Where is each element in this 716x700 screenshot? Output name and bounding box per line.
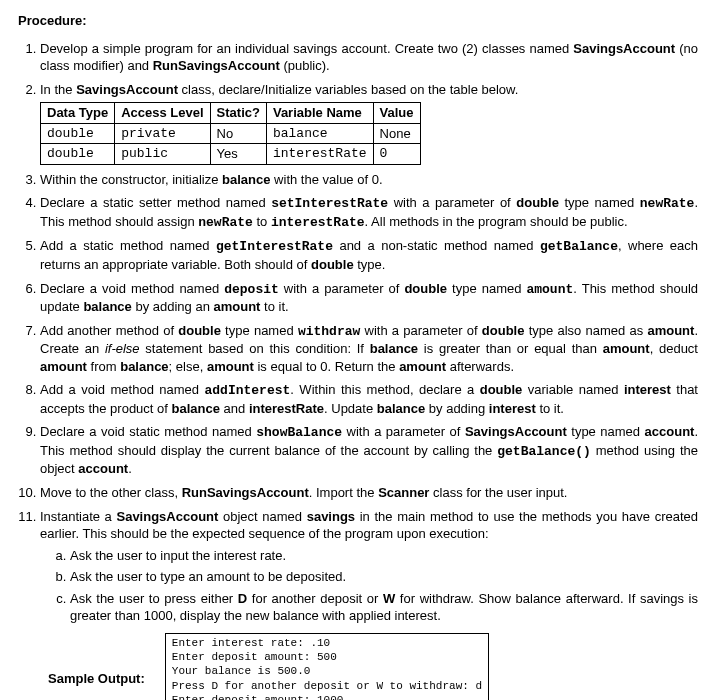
variables-table: Data Type Access Level Static? Variable … <box>40 102 421 165</box>
step-1: Develop a simple program for an individu… <box>40 40 698 75</box>
table-header-row: Data Type Access Level Static? Variable … <box>41 103 421 124</box>
step-3: Within the constructor, initialize balan… <box>40 171 698 189</box>
step-7: Add another method of double type named … <box>40 322 698 376</box>
substep-b: Ask the user to type an amount to be dep… <box>70 568 698 586</box>
table-row: double public Yes interestRate 0 <box>41 144 421 165</box>
sample-output-label: Sample Output: <box>48 670 145 688</box>
th-var-name: Variable Name <box>266 103 373 124</box>
th-data-type: Data Type <box>41 103 115 124</box>
substep-a: Ask the user to input the interest rate. <box>70 547 698 565</box>
th-value: Value <box>373 103 420 124</box>
step-2: In the SavingsAccount class, declare/Ini… <box>40 81 698 165</box>
sample-output-section: Sample Output: Enter interest rate: .10 … <box>48 633 698 700</box>
step-4: Declare a static setter method named set… <box>40 194 698 231</box>
table-row: double private No balance None <box>41 123 421 144</box>
procedure-heading: Procedure: <box>18 12 698 30</box>
sub-steps: Ask the user to input the interest rate.… <box>70 547 698 625</box>
sample-output-box: Enter interest rate: .10 Enter deposit a… <box>165 633 489 700</box>
step-10: Move to the other class, RunSavingsAccou… <box>40 484 698 502</box>
procedure-list: Develop a simple program for an individu… <box>40 40 698 625</box>
th-access-level: Access Level <box>115 103 210 124</box>
step-6: Declare a void method named deposit with… <box>40 280 698 316</box>
step-9: Declare a void static method named showB… <box>40 423 698 478</box>
step-11: Instantiate a SavingsAccount object name… <box>40 508 698 625</box>
step-8: Add a void method named addInterest. Wit… <box>40 381 698 417</box>
th-static: Static? <box>210 103 266 124</box>
step-5: Add a static method named getInterestRat… <box>40 237 698 273</box>
substep-c: Ask the user to press either D for anoth… <box>70 590 698 625</box>
